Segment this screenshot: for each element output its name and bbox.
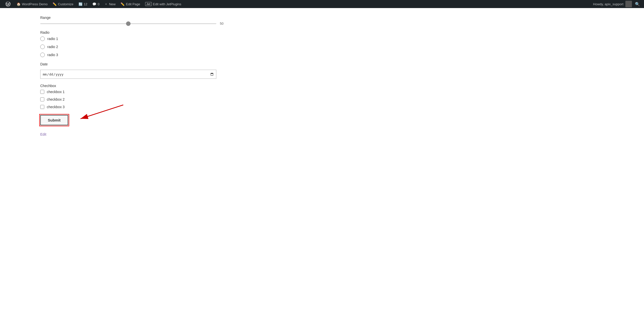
jetplugins-item[interactable]: Jet Edit with JetPlugins [143, 0, 184, 8]
submit-area: Submit [40, 115, 226, 125]
edit-page-icon: ✏️ [120, 2, 125, 6]
radio-group: radio 1 radio 2 radio 3 [40, 36, 226, 57]
comments-count: 0 [98, 2, 99, 6]
jetplugins-badge: Jet [145, 2, 152, 6]
wp-logo-icon [5, 1, 12, 8]
new-icon: ＋ [104, 2, 108, 6]
radio-item-1[interactable]: radio 1 [40, 36, 226, 41]
new-label: New [109, 2, 115, 6]
radio-input-1[interactable] [40, 36, 45, 41]
date-input[interactable] [40, 70, 216, 79]
radio-label-2: radio 2 [47, 45, 58, 49]
radio-input-3[interactable] [40, 53, 45, 57]
checkbox-label-1: checkbox 1 [47, 90, 65, 94]
checkbox-item-2[interactable]: checkbox 2 [40, 97, 226, 101]
site-name-item[interactable]: 🏠 WordPress Demo [14, 0, 50, 8]
site-icon: 🏠 [17, 2, 21, 6]
radio-label-1: radio 1 [47, 37, 58, 41]
customize-item[interactable]: ✏️ Customize [50, 0, 76, 8]
updates-count: 12 [84, 2, 87, 6]
wp-logo-item[interactable] [2, 0, 14, 8]
radio-input-2[interactable] [40, 45, 45, 49]
admin-bar: 🏠 WordPress Demo ✏️ Customize 🔄 12 💬 0 ＋… [0, 0, 644, 8]
checkbox-label: Chechbox [40, 84, 226, 88]
customize-label: Customize [58, 2, 73, 6]
range-label: Range [40, 16, 226, 20]
date-section: Date [40, 62, 226, 79]
comments-icon: 💬 [92, 2, 96, 6]
jetplugins-label: Edit with JetPlugins [153, 2, 181, 6]
edit-link[interactable]: Edit [40, 132, 226, 136]
new-item[interactable]: ＋ New [102, 0, 118, 8]
edit-page-item[interactable]: ✏️ Edit Page [118, 0, 142, 8]
adminbar-right: Howdy, apix_support 🔍 [593, 1, 642, 7]
checkbox-label-3: checkbox 3 [47, 105, 65, 109]
radio-item-3[interactable]: radio 3 [40, 53, 226, 57]
search-icon[interactable]: 🔍 [633, 2, 642, 7]
range-section: Range 50 [40, 16, 226, 25]
checkbox-section: Chechbox checkbox 1 checkbox 2 checkbox … [40, 84, 226, 109]
updates-item[interactable]: 🔄 12 [76, 0, 90, 8]
site-name-label: WordPress Demo [22, 2, 48, 6]
radio-label-3: radio 3 [47, 53, 58, 57]
user-avatar [625, 1, 632, 7]
submit-button[interactable]: Submit [40, 115, 68, 125]
edit-page-label: Edit Page [126, 2, 140, 6]
checkbox-item-1[interactable]: checkbox 1 [40, 90, 226, 94]
checkbox-label-2: checkbox 2 [47, 97, 65, 101]
checkbox-input-2[interactable] [40, 97, 44, 101]
range-value: 50 [220, 22, 223, 25]
comments-item[interactable]: 💬 0 [90, 0, 102, 8]
radio-section: Radio radio 1 radio 2 radio 3 [40, 30, 226, 57]
checkbox-group: checkbox 1 checkbox 2 checkbox 3 [40, 90, 226, 109]
checkbox-input-3[interactable] [40, 105, 44, 109]
range-slider[interactable] [40, 23, 216, 24]
radio-label: Radio [40, 30, 226, 34]
date-label: Date [40, 62, 226, 66]
range-container: 50 [40, 22, 226, 25]
updates-icon: 🔄 [78, 2, 83, 6]
checkbox-input-1[interactable] [40, 90, 44, 94]
main-content: Range 50 Radio radio 1 radio 2 radio 3 D… [0, 8, 226, 144]
checkbox-item-3[interactable]: checkbox 3 [40, 105, 226, 109]
customize-icon: ✏️ [53, 2, 57, 6]
howdy-label: Howdy, apix_support [593, 2, 623, 6]
radio-item-2[interactable]: radio 2 [40, 45, 226, 49]
